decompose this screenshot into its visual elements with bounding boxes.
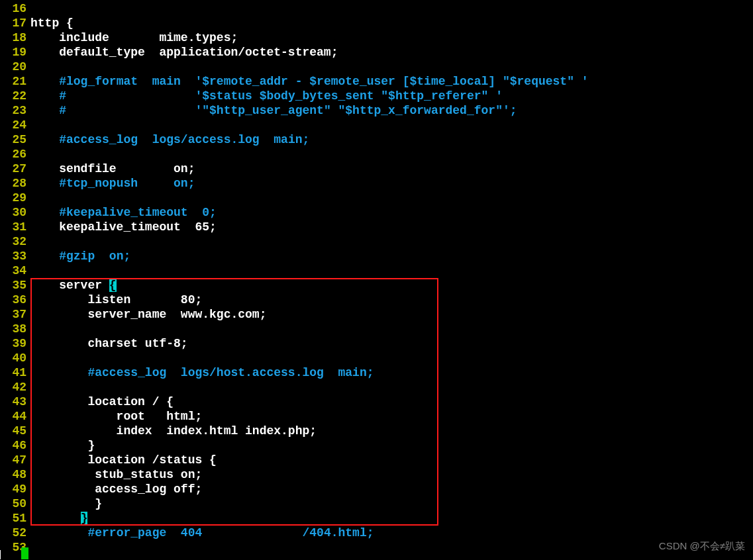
code-line[interactable]: 21 #log_format main '$remote_addr - $rem… (0, 74, 753, 89)
code-line[interactable]: 51 } (0, 511, 753, 526)
code-content[interactable]: location / { (30, 395, 753, 409)
code-content[interactable]: #error_page 404 /404.html; (30, 526, 753, 540)
code-line[interactable]: 35 server { (0, 278, 753, 293)
code-line[interactable]: 33 #gzip on; (0, 249, 753, 263)
code-editor[interactable]: 1617http {18 include mime.types;19 defau… (0, 0, 753, 555)
code-text: location /status { (30, 453, 217, 467)
code-content[interactable]: } (30, 438, 753, 453)
code-line[interactable]: 18 include mime.types; (0, 30, 753, 45)
code-text (30, 89, 59, 103)
code-line[interactable]: 38 (0, 322, 753, 336)
line-number: 42 (0, 380, 30, 395)
code-content[interactable]: #log_format main '$remote_addr - $remote… (30, 74, 753, 89)
code-content[interactable]: keepalive_timeout 65; (30, 220, 753, 234)
code-content[interactable]: server_name www.kgc.com; (30, 307, 753, 322)
code-line[interactable]: 48 stub_status on; (0, 467, 753, 482)
code-line[interactable]: 19 default_type application/octet-stream… (0, 45, 753, 60)
line-number: 52 (0, 526, 30, 540)
code-content[interactable]: root html; (30, 409, 753, 424)
code-content[interactable]: access_log off; (30, 482, 753, 496)
code-text: server (30, 279, 109, 292)
code-line[interactable]: 26 (0, 147, 753, 162)
code-line[interactable]: 27 sendfile on; (0, 162, 753, 176)
code-line[interactable]: 42 (0, 380, 753, 395)
code-content[interactable]: # '$status $body_bytes_sent "$http_refer… (30, 89, 753, 103)
code-content[interactable] (30, 60, 753, 74)
code-content[interactable] (30, 351, 753, 365)
code-content[interactable] (30, 380, 753, 395)
code-line[interactable]: 30 #keepalive_timeout 0; (0, 205, 753, 220)
code-line[interactable]: 46 } (0, 438, 753, 453)
line-number: 31 (0, 220, 30, 234)
code-line[interactable]: 29 (0, 191, 753, 205)
code-content[interactable]: default_type application/octet-stream; (30, 45, 753, 60)
code-line[interactable]: 36 listen 80; (0, 293, 753, 307)
line-number: 24 (0, 118, 30, 132)
code-line[interactable]: 31 keepalive_timeout 65; (0, 220, 753, 234)
code-line[interactable]: 41 #access_log logs/host.access.log main… (0, 365, 753, 380)
code-content[interactable]: location /status { (30, 453, 753, 467)
code-content[interactable] (30, 191, 753, 205)
code-text (30, 75, 59, 88)
code-line[interactable]: 25 #access_log logs/access.log main; (0, 132, 753, 147)
code-line[interactable]: 53 (0, 540, 753, 555)
code-line[interactable]: 20 (0, 60, 753, 74)
brace-match: } (81, 512, 88, 525)
code-content[interactable]: sendfile on; (30, 162, 753, 176)
code-line[interactable]: 52 #error_page 404 /404.html; (0, 526, 753, 540)
code-content[interactable] (30, 147, 753, 162)
code-content[interactable]: charset utf-8; (30, 336, 753, 351)
code-content[interactable]: } (30, 496, 753, 511)
line-number: 19 (0, 45, 30, 60)
code-line[interactable]: 45 index index.html index.php; (0, 424, 753, 438)
code-line[interactable]: 43 location / { (0, 395, 753, 409)
code-line[interactable]: 49 access_log off; (0, 482, 753, 496)
comment-text: #keepalive_timeout 0; (59, 206, 217, 219)
line-number: 30 (0, 205, 30, 220)
code-content[interactable] (30, 1, 753, 16)
line-number: 34 (0, 263, 30, 278)
code-content[interactable]: server { (30, 278, 753, 293)
code-line[interactable]: 50 } (0, 496, 753, 511)
line-number: 45 (0, 424, 30, 438)
code-content[interactable] (30, 118, 753, 132)
code-text: server_name www.kgc.com; (30, 308, 266, 321)
code-content[interactable]: } (30, 511, 753, 526)
code-content[interactable] (30, 234, 753, 249)
code-line[interactable]: 40 (0, 351, 753, 365)
code-text (30, 366, 87, 379)
code-content[interactable]: listen 80; (30, 293, 753, 307)
code-line[interactable]: 34 (0, 263, 753, 278)
code-content[interactable] (30, 540, 753, 555)
code-line[interactable]: 39 charset utf-8; (0, 336, 753, 351)
code-line[interactable]: 22 # '$status $body_bytes_sent "$http_re… (0, 89, 753, 103)
code-line[interactable]: 47 location /status { (0, 453, 753, 467)
line-number: 37 (0, 307, 30, 322)
code-content[interactable]: #access_log logs/host.access.log main; (30, 365, 753, 380)
code-content[interactable]: http { (30, 16, 753, 30)
code-line[interactable]: 44 root html; (0, 409, 753, 424)
code-line[interactable]: 32 (0, 234, 753, 249)
code-content[interactable]: #access_log logs/access.log main; (30, 132, 753, 147)
code-content[interactable]: #gzip on; (30, 249, 753, 263)
code-content[interactable] (30, 263, 753, 278)
code-content[interactable]: # '"$http_user_agent" "$http_x_forwarded… (30, 103, 753, 118)
status-bar: :wq (0, 547, 28, 560)
line-number: 47 (0, 453, 30, 467)
code-content[interactable]: #tcp_nopush on; (30, 176, 753, 191)
line-number: 33 (0, 249, 30, 263)
code-content[interactable]: include mime.types; (30, 30, 753, 45)
line-number: 41 (0, 365, 30, 380)
code-line[interactable]: 24 (0, 118, 753, 132)
code-line[interactable]: 37 server_name www.kgc.com; (0, 307, 753, 322)
code-text: include mime.types; (30, 31, 238, 44)
code-content[interactable]: index index.html index.php; (30, 424, 753, 438)
code-line[interactable]: 17http { (0, 16, 753, 30)
code-content[interactable]: #keepalive_timeout 0; (30, 205, 753, 220)
code-line[interactable]: 16 (0, 1, 753, 16)
code-line[interactable]: 28 #tcp_nopush on; (0, 176, 753, 191)
code-line[interactable]: 23 # '"$http_user_agent" "$http_x_forwar… (0, 103, 753, 118)
code-content[interactable] (30, 322, 753, 336)
code-content[interactable]: stub_status on; (30, 467, 753, 482)
line-number: 32 (0, 234, 30, 249)
